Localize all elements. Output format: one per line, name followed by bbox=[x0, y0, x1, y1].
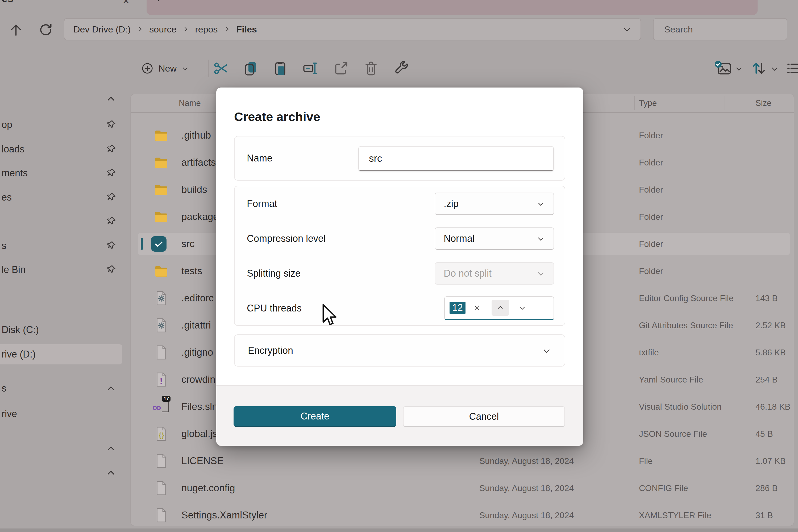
paste-icon bbox=[272, 60, 289, 77]
copy-button[interactable] bbox=[243, 60, 259, 77]
up-arrow-icon bbox=[8, 22, 24, 38]
sidebar-item[interactable]: loads bbox=[0, 137, 126, 162]
file-type: Folder bbox=[639, 239, 663, 249]
compression-label: Compression level bbox=[247, 233, 326, 244]
clear-icon[interactable] bbox=[473, 304, 481, 312]
pin-icon[interactable] bbox=[105, 216, 116, 227]
create-button[interactable]: Create bbox=[233, 406, 396, 427]
tab-close-icon[interactable]: × bbox=[123, 0, 129, 7]
cancel-button[interactable]: Cancel bbox=[403, 406, 565, 427]
pin-icon[interactable] bbox=[105, 119, 116, 130]
up-button[interactable] bbox=[8, 22, 24, 38]
folder-icon bbox=[153, 154, 169, 171]
chevron-down-icon bbox=[770, 64, 779, 73]
table-row[interactable]: Settings.XamlStylerSunday, August 18, 20… bbox=[131, 502, 794, 526]
breadcrumb-item-repos[interactable]: repos bbox=[195, 24, 217, 35]
cpu-threads-label: CPU threads bbox=[247, 303, 302, 314]
encryption-expander[interactable]: Encryption bbox=[234, 334, 565, 366]
sidebar-section-toggle[interactable] bbox=[0, 436, 126, 461]
settings-card: Format .zip Compression level Normal Spl… bbox=[234, 186, 565, 326]
sidebar-section-toggle[interactable] bbox=[0, 87, 126, 111]
dialog-footer: Create Cancel bbox=[216, 385, 583, 446]
sidebar-item[interactable]: es bbox=[0, 185, 126, 210]
pin-icon[interactable] bbox=[105, 264, 116, 275]
cpu-threads-numberbox[interactable]: 12 bbox=[444, 296, 554, 320]
file-size: 45 B bbox=[756, 429, 773, 439]
chevron-right-icon bbox=[224, 26, 230, 33]
file-icon bbox=[153, 344, 169, 361]
chevron-up-icon[interactable] bbox=[105, 93, 116, 104]
breadcrumb-item-current[interactable]: Files bbox=[236, 24, 257, 35]
chevron-down-icon[interactable] bbox=[623, 25, 631, 34]
search-input[interactable] bbox=[653, 19, 787, 40]
table-row[interactable]: LICENSESunday, August 18, 2024File1.07 K… bbox=[131, 448, 794, 475]
delete-button[interactable] bbox=[363, 60, 379, 77]
format-value: .zip bbox=[444, 198, 459, 209]
sidebar-item-label: s bbox=[2, 240, 6, 251]
sidebar-section-header[interactable]: s bbox=[0, 376, 126, 401]
sidebar-item[interactable]: Disk (C:) bbox=[0, 318, 126, 342]
sidebar-section-toggle[interactable] bbox=[0, 460, 126, 485]
table-row[interactable]: nuget.configSunday, August 18, 2024CONFI… bbox=[131, 475, 794, 502]
chevron-up-icon[interactable] bbox=[105, 443, 116, 454]
decrement-button[interactable] bbox=[517, 300, 528, 316]
sidebar-item[interactable]: rive bbox=[0, 402, 126, 426]
sidebar-item[interactable]: op bbox=[0, 113, 126, 137]
checkbox-checked-icon[interactable] bbox=[151, 236, 167, 252]
details-view-button[interactable] bbox=[785, 60, 798, 77]
chevron-up-icon[interactable] bbox=[105, 383, 116, 394]
file-name: .editorc bbox=[182, 292, 214, 304]
chevron-down-icon bbox=[536, 234, 545, 243]
sidebar-item-label: ments bbox=[2, 168, 28, 179]
sidebar-item-label: rive bbox=[2, 408, 17, 419]
archive-name-input[interactable] bbox=[358, 146, 554, 171]
format-dropdown[interactable]: .zip bbox=[435, 193, 554, 215]
rename-icon bbox=[302, 60, 319, 77]
tools-button[interactable] bbox=[393, 60, 410, 77]
file-name: tests bbox=[182, 265, 202, 277]
search-box[interactable] bbox=[653, 18, 787, 40]
name-label: Name bbox=[247, 153, 272, 164]
copy-icon bbox=[243, 60, 259, 77]
file-type: JSON Source File bbox=[639, 429, 707, 439]
cut-button[interactable] bbox=[213, 60, 229, 77]
sidebar-item[interactable]: le Bin bbox=[0, 258, 126, 282]
pin-icon[interactable] bbox=[105, 240, 116, 251]
refresh-button[interactable] bbox=[38, 22, 54, 38]
tab-bar: es × p bbox=[0, 0, 798, 15]
chevron-up-icon[interactable] bbox=[105, 467, 116, 478]
encryption-label: Encryption bbox=[248, 345, 293, 356]
create-archive-dialog: Create archive Name Format .zip Compress… bbox=[216, 88, 583, 445]
pin-icon[interactable] bbox=[105, 144, 116, 155]
sidebar-item[interactable] bbox=[0, 209, 126, 233]
inactive-tab-label-fragment[interactable]: es bbox=[2, 0, 14, 4]
splitting-label: Splitting size bbox=[247, 268, 301, 279]
file-name: Files.sln bbox=[182, 401, 217, 412]
view-options-chevron[interactable] bbox=[735, 64, 743, 73]
selection-indicator bbox=[141, 238, 143, 250]
sort-button[interactable] bbox=[750, 60, 767, 77]
new-button[interactable]: New bbox=[141, 57, 189, 80]
sort-chevron[interactable] bbox=[770, 64, 779, 73]
file-type: Folder bbox=[639, 131, 663, 140]
pin-icon[interactable] bbox=[105, 192, 116, 203]
active-tab[interactable]: p bbox=[147, 0, 758, 15]
paste-button[interactable] bbox=[272, 60, 289, 77]
sidebar-item[interactable]: rive (D:) bbox=[0, 342, 126, 366]
sidebar-item[interactable]: s bbox=[0, 233, 126, 258]
breadcrumb-item-drive[interactable]: Dev Drive (D:) bbox=[73, 24, 131, 35]
alert-file-icon: ! bbox=[153, 371, 169, 388]
rename-button[interactable] bbox=[302, 60, 319, 77]
compression-dropdown[interactable]: Normal bbox=[435, 227, 554, 250]
file-size: 1.07 KB bbox=[756, 456, 786, 466]
view-options-button[interactable] bbox=[714, 60, 733, 77]
pin-icon[interactable] bbox=[105, 168, 116, 179]
sidebar-item[interactable]: ments bbox=[0, 161, 126, 185]
breadcrumb-item-source[interactable]: source bbox=[149, 24, 176, 35]
increment-button[interactable] bbox=[492, 300, 509, 316]
cpu-threads-value[interactable]: 12 bbox=[450, 302, 466, 314]
share-button[interactable] bbox=[333, 60, 349, 77]
dialog-title: Create archive bbox=[234, 109, 320, 124]
file-type: Git Attributes Source File bbox=[639, 321, 733, 330]
breadcrumb[interactable]: Dev Drive (D:) source repos Files bbox=[64, 18, 641, 40]
